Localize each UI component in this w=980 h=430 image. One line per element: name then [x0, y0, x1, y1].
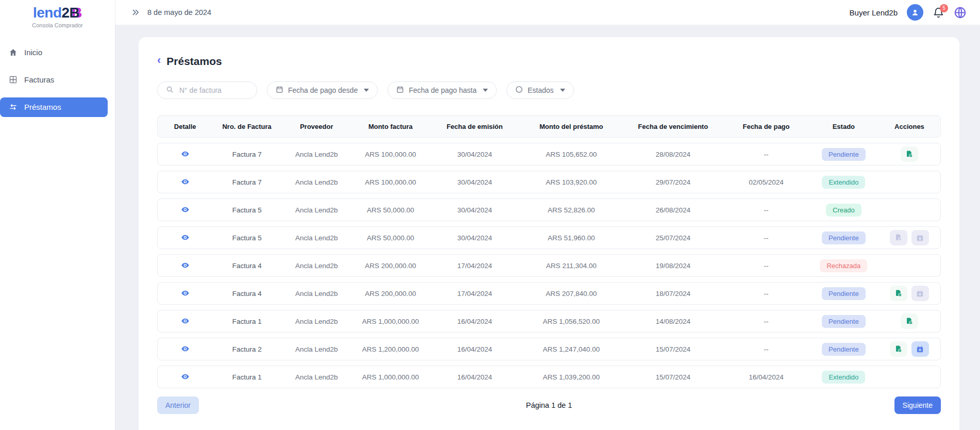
previous-page-button[interactable]: Anterior	[157, 396, 199, 414]
date-from-filter-button[interactable]: Fecha de pago desde	[267, 81, 378, 99]
loan-amount: ARS 51,960.00	[520, 234, 622, 242]
home-icon	[8, 48, 18, 57]
due-date: 15/07/2024	[622, 345, 723, 353]
user-name: Buyer Lend2b	[850, 8, 898, 17]
page-title: Préstamos	[166, 55, 222, 68]
topbar: 8 de mayo de 2024 Buyer Lend2b 5	[115, 0, 980, 25]
row-actions	[878, 230, 940, 245]
payment-date: 16/04/2024	[723, 373, 809, 381]
view-detail-button[interactable]	[180, 232, 191, 243]
column-header: Monto del préstamo	[520, 123, 622, 130]
eye-icon	[181, 372, 190, 381]
provider-name: Ancla Lend2b	[281, 178, 352, 186]
status-badge: Pendiente	[822, 315, 866, 328]
provider-name: Ancla Lend2b	[281, 234, 352, 242]
provider-name: Ancla Lend2b	[281, 206, 352, 214]
swap-arrows-icon	[8, 103, 18, 111]
view-detail-button[interactable]	[180, 343, 191, 354]
issue-date: 16/04/2024	[429, 318, 520, 325]
view-detail-button[interactable]	[180, 148, 191, 159]
grid-icon	[8, 75, 18, 84]
document-check-icon	[894, 289, 903, 297]
invoice-search-field[interactable]	[157, 81, 257, 99]
invoice-number: Factura 7	[212, 151, 281, 158]
search-input[interactable]	[178, 86, 248, 95]
next-page-button[interactable]: Siguiente	[894, 396, 941, 414]
status-badge: Pendiente	[822, 343, 866, 356]
invoice-amount: ARS 50,000.00	[352, 234, 429, 242]
invoice-number: Factura 7	[212, 178, 281, 186]
payment-date: --	[723, 234, 809, 242]
back-button[interactable]: ‹	[157, 55, 161, 68]
user-avatar-icon[interactable]	[907, 4, 923, 21]
action-document-check-button[interactable]	[901, 146, 918, 162]
view-detail-button[interactable]	[180, 260, 191, 271]
invoice-number: Factura 4	[212, 262, 281, 270]
status-badge: Pendiente	[822, 287, 866, 300]
issue-date: 30/04/2024	[429, 178, 520, 186]
sidebar-nav: Inicio Facturas Préstamos	[0, 43, 115, 117]
calendar-add-icon	[916, 234, 924, 242]
sidebar-item-facturas[interactable]: Facturas	[0, 70, 108, 90]
view-detail-button[interactable]	[180, 176, 191, 187]
filters-bar: Fecha de pago desde Fecha de pago hasta	[157, 81, 941, 99]
table-row: Factura 5 Ancla Lend2b ARS 50,000.00 30/…	[157, 199, 941, 221]
topbar-right: Buyer Lend2b 5	[850, 4, 967, 21]
calendar-add-icon	[916, 290, 924, 297]
calendar-icon	[396, 86, 404, 95]
eye-icon	[181, 177, 190, 186]
document-check-icon	[905, 317, 914, 325]
current-date: 8 de mayo de 2024	[147, 8, 211, 16]
loan-amount: ARS 207,840.00	[520, 290, 622, 297]
sidebar-item-prestamos[interactable]: Préstamos	[0, 97, 108, 117]
provider-name: Ancla Lend2b	[281, 262, 352, 270]
globe-icon	[954, 6, 967, 19]
language-globe-button[interactable]	[954, 6, 967, 19]
collapse-sidebar-icon[interactable]	[131, 8, 140, 17]
table-body: Factura 7 Ancla Lend2b ARS 100,000.00 30…	[157, 143, 941, 388]
view-detail-button[interactable]	[180, 288, 191, 299]
search-icon	[166, 86, 174, 95]
prestamos-card: ‹ Préstamos Fecha de pago desde	[139, 37, 959, 430]
loan-amount: ARS 211,304.00	[520, 262, 622, 270]
due-date: 18/07/2024	[622, 290, 723, 297]
page-indicator: Página 1 de 1	[214, 401, 884, 409]
action-document-check-button[interactable]	[901, 313, 918, 329]
notification-count-badge: 5	[940, 4, 948, 12]
issue-date: 30/04/2024	[429, 234, 520, 242]
view-detail-button[interactable]	[180, 316, 191, 326]
loan-amount: ARS 52,826.00	[520, 206, 622, 214]
action-document-check-button[interactable]	[890, 286, 907, 301]
invoice-amount: ARS 1,000,000.00	[352, 373, 429, 381]
brand-logo: lend2BB Consola Comprador	[0, 0, 115, 28]
date-to-filter-button[interactable]: Fecha de pago hasta	[387, 81, 497, 99]
view-detail-button[interactable]	[180, 371, 191, 382]
status-badge: Creado	[826, 204, 861, 217]
view-detail-button[interactable]	[180, 204, 191, 215]
caret-down-icon	[560, 89, 565, 92]
invoice-number: Factura 4	[212, 290, 281, 297]
issue-date: 16/04/2024	[429, 345, 520, 353]
notifications-button[interactable]: 5	[933, 7, 944, 19]
eye-icon	[181, 344, 190, 353]
column-header: Fecha de pago	[723, 123, 809, 130]
due-date: 15/07/2024	[622, 373, 723, 381]
payment-date: --	[723, 290, 809, 297]
circle-icon	[515, 86, 523, 95]
states-filter-button[interactable]: Estados	[506, 81, 574, 99]
loan-amount: ARS 105,652.00	[520, 151, 622, 158]
status-badge: Rechazada	[820, 259, 867, 272]
invoice-amount: ARS 100,000.00	[352, 178, 429, 186]
invoice-number: Factura 2	[212, 345, 281, 353]
sidebar-item-inicio[interactable]: Inicio	[0, 43, 108, 62]
table-row: Factura 4 Ancla Lend2b ARS 200,000.00 17…	[157, 282, 941, 305]
action-document-check-button[interactable]	[890, 341, 907, 357]
caret-down-icon	[364, 89, 369, 92]
column-header: Fecha de emisión	[429, 123, 520, 130]
due-date: 19/08/2024	[622, 262, 723, 270]
action-calendar-add-button[interactable]	[911, 341, 929, 357]
invoice-amount: ARS 1,200,000.00	[352, 345, 429, 353]
column-header: Acciones	[878, 123, 940, 130]
loan-amount: ARS 103,920.00	[520, 178, 622, 186]
due-date: 28/08/2024	[622, 151, 723, 158]
